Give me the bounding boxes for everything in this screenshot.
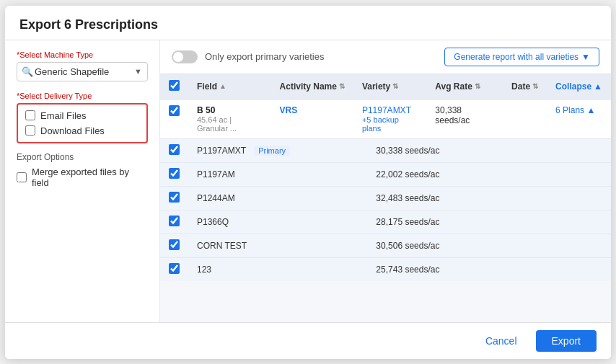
- sub-rate-col: 30,506 seeds/ac: [367, 234, 498, 257]
- sub-variety-col: P1197AM: [188, 162, 367, 186]
- sidebar: *Select Machine Type 🔍 Generic Shapefile…: [5, 40, 160, 322]
- list-item: P1197AM 22,002 seeds/ac: [160, 162, 611, 186]
- sort-icon: ⇅: [475, 82, 480, 90]
- list-item: CORN TEST 30,506 seeds/ac: [160, 234, 611, 257]
- primary-badge: Primary: [254, 146, 290, 156]
- date-header: Date ⇅: [503, 74, 547, 99]
- sub-variety-col: 123: [188, 257, 367, 281]
- list-item: P1197AMXT Primary 30,338 seeds/ac: [160, 139, 611, 163]
- modal-footer: Cancel Export: [5, 322, 611, 359]
- modal-header: Export 6 Prescriptions: [5, 6, 611, 40]
- report-btn-label: Generate report with all varieties: [454, 52, 578, 62]
- select-all-header: [160, 74, 188, 99]
- primary-varieties-toggle[interactable]: [172, 50, 198, 63]
- sort-icon: ▲: [219, 82, 226, 90]
- plans-cell[interactable]: 6 Plans ▲: [547, 99, 611, 138]
- select-all-checkbox[interactable]: [169, 80, 180, 91]
- sub-rate-col: 28,175 seeds/ac: [367, 210, 498, 234]
- download-files-checkbox[interactable]: [25, 125, 35, 136]
- toggle-track: [172, 50, 198, 63]
- avg-rate-cell: 30,338 seeds/ac: [426, 99, 503, 138]
- sub-checkbox[interactable]: [169, 144, 180, 155]
- merge-files-option[interactable]: Merge exported files by field: [17, 167, 148, 188]
- sub-tbody: P1197AMXT Primary 30,338 seeds/ac: [160, 139, 611, 281]
- prescriptions-table: Field ▲ Activity Name ⇅: [160, 74, 611, 281]
- machine-type-wrapper: 🔍 Generic Shapefile ▼: [17, 62, 148, 81]
- generate-report-button[interactable]: Generate report with all varieties ▼: [444, 48, 599, 66]
- cancel-button[interactable]: Cancel: [475, 331, 527, 351]
- export-modal: Export 6 Prescriptions *Select Machine T…: [5, 6, 611, 359]
- sub-rate-col: 30,338 seeds/ac: [367, 139, 498, 163]
- field-name: B 50: [197, 105, 263, 115]
- date-cell: [503, 99, 547, 138]
- sub-variety-col: P1366Q: [188, 210, 367, 234]
- sub-table: P1197AMXT Primary 30,338 seeds/ac: [160, 139, 611, 281]
- sub-rate-col: 25,743 seeds/ac: [367, 257, 498, 281]
- toggle-row: Only export primary varieties: [172, 50, 324, 63]
- sort-icon: ⇅: [392, 82, 398, 90]
- sub-variety-col: CORN TEST: [188, 234, 367, 257]
- collapse-header[interactable]: Collapse ▲: [547, 74, 611, 99]
- field-header: Field ▲: [188, 74, 271, 99]
- chevron-down-icon: ▼: [581, 52, 590, 62]
- email-files-label: Email Files: [40, 110, 87, 121]
- plans-toggle[interactable]: 6 Plans ▲: [555, 105, 595, 115]
- merge-files-label: Merge exported files by field: [32, 167, 148, 188]
- machine-type-label: *Select Machine Type: [17, 50, 148, 59]
- modal-title: Export 6 Prescriptions: [19, 17, 158, 32]
- sort-icon: ⇅: [532, 82, 538, 90]
- sub-checkbox[interactable]: [169, 216, 180, 226]
- delivery-type-section: Email Files Download Files: [17, 103, 148, 143]
- machine-type-select[interactable]: Generic Shapefile: [17, 62, 148, 81]
- sub-checkbox[interactable]: [169, 239, 180, 250]
- chevron-up-icon: ▲: [586, 105, 595, 115]
- list-item: P1244AM 32,483 seeds/ac: [160, 186, 611, 210]
- sub-variety-name: P1197AMXT: [197, 146, 246, 156]
- download-files-option[interactable]: Download Files: [25, 125, 139, 136]
- sub-rows-section: P1197AMXT Primary 30,338 seeds/ac: [160, 138, 611, 281]
- download-files-label: Download Files: [40, 125, 105, 136]
- variety-cell: P1197AMXT +5 backup plans: [353, 99, 426, 138]
- sub-checkbox[interactable]: [169, 263, 180, 274]
- field-sub: 45.64 ac | Granular ...: [197, 115, 263, 133]
- table-row: B 50 45.64 ac | Granular ... VRS P1197AM…: [160, 99, 611, 138]
- modal-body: *Select Machine Type 🔍 Generic Shapefile…: [5, 40, 611, 322]
- sub-variety-col: P1197AMXT Primary: [188, 139, 367, 163]
- row-checkbox-cell: [160, 99, 188, 138]
- field-cell: B 50 45.64 ac | Granular ...: [188, 99, 271, 138]
- chevron-up-icon: ▲: [594, 81, 602, 92]
- list-item: 123 25,743 seeds/ac: [160, 257, 611, 281]
- variety-main: P1197AMXT: [362, 105, 418, 115]
- sub-checkbox[interactable]: [169, 192, 180, 203]
- sub-check-col: [160, 139, 188, 163]
- sub-rate-col: 22,002 seeds/ac: [367, 162, 498, 186]
- variety-header: Variety ⇅: [353, 74, 426, 99]
- list-item: P1366Q 28,175 seeds/ac: [160, 210, 611, 234]
- toggle-label: Only export primary varieties: [205, 51, 324, 62]
- email-files-option[interactable]: Email Files: [25, 110, 139, 121]
- toggle-thumb: [173, 52, 183, 62]
- variety-sub: +5 backup plans: [362, 115, 418, 133]
- email-files-checkbox[interactable]: [25, 110, 35, 120]
- sort-icon: ⇅: [339, 82, 345, 90]
- sub-rows-cell: P1197AMXT Primary 30,338 seeds/ac: [160, 138, 611, 281]
- table-container: Field ▲ Activity Name ⇅: [160, 74, 611, 322]
- content-toolbar: Only export primary varieties Generate r…: [160, 40, 611, 74]
- activity-cell: VRS: [271, 99, 353, 138]
- table-body: B 50 45.64 ac | Granular ... VRS P1197AM…: [160, 99, 611, 281]
- merge-files-checkbox[interactable]: [17, 172, 27, 182]
- export-options-label: Export Options: [17, 152, 148, 162]
- export-button[interactable]: Export: [536, 330, 597, 352]
- delivery-type-label: *Select Delivery Type: [17, 92, 148, 100]
- sub-rate-col: 32,483 seeds/ac: [367, 186, 498, 210]
- collapse-button[interactable]: Collapse ▲: [555, 81, 602, 92]
- sub-variety-col: P1244AM: [188, 186, 367, 210]
- table-header-row: Field ▲ Activity Name ⇅: [160, 74, 611, 99]
- sub-checkbox[interactable]: [169, 168, 180, 179]
- avg-rate-header: Avg Rate ⇅: [426, 74, 503, 99]
- content-area: Only export primary varieties Generate r…: [160, 40, 611, 322]
- activity-header: Activity Name ⇅: [271, 74, 353, 99]
- row-checkbox[interactable]: [169, 105, 180, 116]
